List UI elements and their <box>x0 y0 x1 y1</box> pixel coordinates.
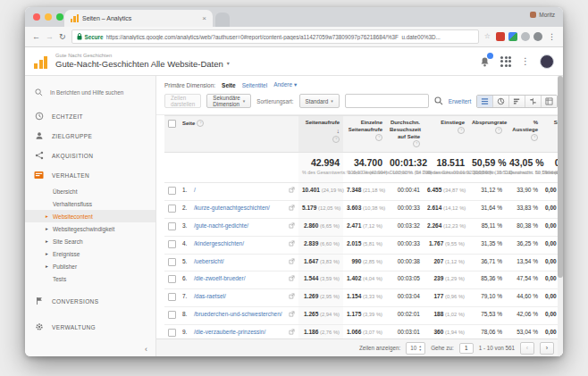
forward-icon[interactable]: → <box>46 33 54 41</box>
plot-rows-button[interactable]: Zeilen darstellen <box>164 94 201 108</box>
sidebar-item-websitecontent[interactable]: ▸Websitecontent <box>25 210 155 222</box>
info-icon[interactable]: ? <box>375 134 382 141</box>
info-icon[interactable]: ? <box>197 120 204 127</box>
col-header-seite[interactable]: Seite <box>182 121 195 126</box>
page-link[interactable]: / <box>194 187 196 193</box>
rows-per-page-select[interactable]: 10 ▴▾ <box>406 342 425 355</box>
open-in-new-icon[interactable] <box>289 311 295 319</box>
open-in-new-icon[interactable] <box>289 205 295 213</box>
extension-icon-gray[interactable] <box>521 32 530 41</box>
info-icon[interactable]: ? <box>458 127 465 134</box>
sidebar-item-websitegeschwindigkeit[interactable]: ▸Websitegeschwindigkeit <box>25 222 155 235</box>
vertical-scrollbar-thumb[interactable] <box>558 76 563 278</box>
sidebar-item-verhalten[interactable]: VERHALTEN <box>25 165 155 185</box>
pivot-view-button[interactable] <box>541 96 557 107</box>
next-page-button[interactable]: › <box>540 342 554 355</box>
extension-icon-blue[interactable] <box>508 32 517 41</box>
row-checkbox[interactable] <box>168 222 176 230</box>
col-header-absprungrate[interactable]: Absprungrate <box>472 120 507 125</box>
open-in-new-icon[interactable] <box>289 293 295 301</box>
bookmark-star-icon[interactable]: ☆ <box>484 33 491 40</box>
url-bar[interactable]: Secure https://analytics.google.com/anal… <box>71 29 479 44</box>
table-search-icon[interactable] <box>434 93 443 109</box>
previous-page-button[interactable]: ‹ <box>520 342 534 355</box>
page-link[interactable]: /kurze-gutenachtgeschichten/ <box>194 205 270 211</box>
row-checkbox[interactable] <box>168 240 176 248</box>
new-tab-button[interactable] <box>215 13 230 27</box>
vertical-scrollbar[interactable] <box>558 76 563 356</box>
row-checkbox[interactable] <box>168 187 176 195</box>
page-link[interactable]: /uebersicht/ <box>194 258 224 264</box>
info-icon[interactable]: ? <box>495 127 502 134</box>
open-in-new-icon[interactable] <box>289 222 295 230</box>
sidebar-item-verwaltung[interactable]: VERWALTUNG <box>25 317 155 337</box>
col-header-besuchszeit[interactable]: Durchschn. Besuchszeit auf Seite <box>390 120 421 139</box>
row-checkbox[interactable] <box>168 205 176 213</box>
sidebar-item-echtzeit[interactable]: ECHTZEIT <box>25 106 155 126</box>
table-view-button[interactable] <box>477 96 492 107</box>
notifications-button[interactable] <box>479 55 491 67</box>
open-in-new-icon[interactable] <box>289 275 295 283</box>
select-all-checkbox[interactable] <box>168 120 176 128</box>
back-icon[interactable]: ← <box>32 33 40 41</box>
page-link[interactable]: /die-zwoelf-brueder/ <box>194 275 245 281</box>
avatar[interactable] <box>540 54 554 69</box>
goto-page-input[interactable] <box>459 343 474 354</box>
col-header-ausstiege[interactable]: % Ausstiege <box>512 120 538 132</box>
info-icon[interactable]: ? <box>531 134 538 141</box>
sidebar-item-bersicht[interactable]: Übersicht <box>25 185 155 197</box>
table-search-input[interactable] <box>345 94 429 108</box>
search-input[interactable] <box>48 88 148 96</box>
browser-menu-icon[interactable]: ⋮ <box>548 33 556 41</box>
collapse-sidebar-icon[interactable]: ‹ <box>145 345 147 354</box>
reload-icon[interactable]: ↻ <box>59 33 66 41</box>
sidebar-item-conversions[interactable]: CONVERSIONS <box>25 291 155 311</box>
more-options-icon[interactable]: ⋮ <box>521 56 530 66</box>
comparison-view-button[interactable] <box>525 96 541 107</box>
advanced-filter-link[interactable]: Erweitert <box>449 98 472 104</box>
row-checkbox[interactable] <box>168 293 176 301</box>
row-checkbox[interactable] <box>168 311 176 319</box>
col-header-seitenaufrufe[interactable]: Seitenaufrufe <box>306 120 340 125</box>
open-in-new-icon[interactable] <box>289 240 295 248</box>
info-icon[interactable]: ? <box>332 136 340 143</box>
dimension-option-seite[interactable]: Seite <box>222 82 236 88</box>
extension-icon-red[interactable] <box>496 32 505 41</box>
info-icon[interactable]: ? <box>413 140 420 147</box>
zoom-window-button[interactable] <box>56 13 63 21</box>
browser-tab[interactable]: Seiten – Analytics × <box>64 10 213 27</box>
page-link[interactable]: /das-raetsel/ <box>194 293 226 299</box>
dimension-option-andere[interactable]: Andere ▾ <box>273 81 297 88</box>
sidebar-item-publisher[interactable]: ▸Publisher <box>25 260 155 272</box>
extension-icon-dark[interactable] <box>533 32 542 41</box>
minimize-window-button[interactable] <box>45 13 52 21</box>
open-in-new-icon[interactable] <box>289 187 295 195</box>
sidebar-search[interactable] <box>25 78 155 106</box>
view-selector[interactable]: Gute-Nacht-Geschichten Alle Website-Date… <box>55 59 230 70</box>
sidebar-item-site-search[interactable]: ▸Site Search <box>25 235 155 247</box>
close-tab-icon[interactable]: × <box>202 15 206 22</box>
percentage-view-button[interactable] <box>492 96 508 107</box>
page-link[interactable]: /die-verzauberte-prinzessin/ <box>194 329 265 335</box>
page-link[interactable]: /kindergeschichten/ <box>194 240 244 246</box>
row-checkbox[interactable] <box>168 275 176 283</box>
sidebar-item-ereignisse[interactable]: ▸Ereignisse <box>25 247 155 260</box>
col-header-einzelne[interactable]: Einzelne Seitenaufrufe <box>349 120 382 132</box>
col-header-einstiege[interactable]: Einstiege <box>441 120 465 125</box>
row-checkbox[interactable] <box>168 329 176 337</box>
page-link[interactable]: /gute-nacht-gedichte/ <box>194 222 248 229</box>
open-in-new-icon[interactable] <box>289 329 295 337</box>
open-in-new-icon[interactable] <box>289 258 295 266</box>
row-checkbox[interactable] <box>168 258 176 266</box>
sidebar-item-zielgruppe[interactable]: ZIELGRUPPE <box>25 126 155 146</box>
sidebar-item-akquisition[interactable]: AKQUISITION <box>25 146 155 165</box>
sort-type-button[interactable]: Standard ▾ <box>299 94 340 108</box>
sidebar-item-tests[interactable]: Tests <box>25 272 155 285</box>
performance-view-button[interactable] <box>508 96 525 107</box>
secondary-dimension-button[interactable]: Sekundäre Dimension ▾ <box>206 94 251 108</box>
page-link[interactable]: /bruederchen-und-schwesterchen/ <box>194 311 282 317</box>
browser-profile[interactable]: Moritz <box>530 12 555 18</box>
dimension-option-seitentitel[interactable]: Seitentitel <box>242 82 268 88</box>
apps-grid-icon[interactable] <box>500 56 511 67</box>
sidebar-item-verhaltensfluss[interactable]: Verhaltensfluss <box>25 197 155 210</box>
